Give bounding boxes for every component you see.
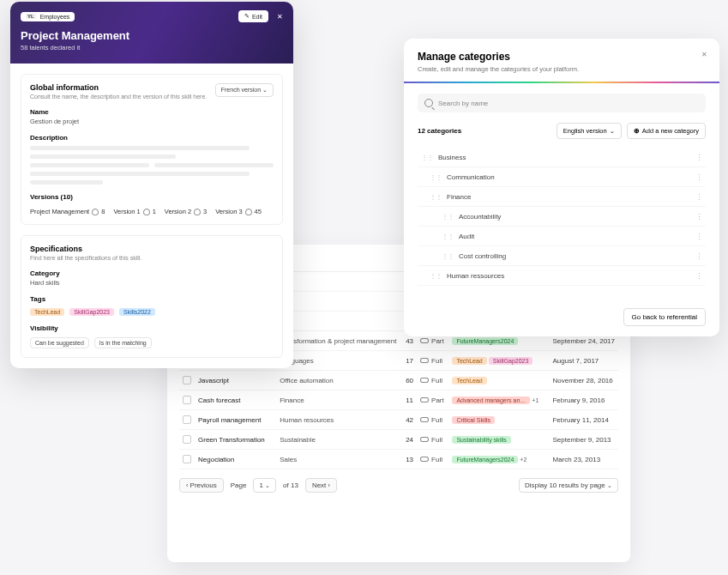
drag-handle-icon[interactable]: ⋮⋮ — [430, 193, 442, 201]
version-item[interactable]: Project Management 8 — [30, 208, 105, 215]
category-value: Hard skills — [30, 279, 274, 287]
date: September 9, 2013 — [549, 430, 618, 450]
tag: TechLead — [30, 308, 64, 316]
drag-handle-icon[interactable]: ⋮⋮ — [430, 272, 442, 280]
skeleton-line — [30, 172, 250, 176]
skill-name: Javascript — [195, 371, 276, 390]
count: 42 — [400, 410, 417, 430]
prev-button[interactable]: ‹ Previous — [179, 478, 224, 493]
drag-handle-icon[interactable]: ⋮⋮ — [442, 213, 454, 221]
skill-name: Green Transformation — [195, 430, 276, 450]
version-item[interactable]: Version 2 3 — [165, 208, 207, 215]
row-checkbox[interactable] — [183, 376, 191, 384]
version-item[interactable]: Version 1 1 — [113, 208, 155, 215]
date: February 9, 2016 — [549, 390, 618, 410]
skeleton-line — [30, 163, 149, 167]
table-row[interactable]: Javascript Office automation 60 Full Tec… — [179, 371, 618, 390]
table-row[interactable]: Green Transformation Sustainable 24 Full… — [179, 430, 618, 450]
skeleton-line — [30, 146, 250, 150]
row-checkbox[interactable] — [183, 455, 191, 463]
tree-item[interactable]: ⋮⋮Business⋯ — [418, 148, 706, 167]
skill-category — [276, 292, 400, 312]
more-count: +2 — [520, 457, 526, 463]
tree-item[interactable]: ⋮⋮Human ressources⋯ — [418, 266, 706, 286]
pencil-icon: ✎ — [244, 13, 250, 20]
specifications-box: Specifications Find here all the specifi… — [21, 235, 283, 358]
tag: FutureManagers2024 — [452, 337, 518, 345]
count: 11 — [400, 390, 417, 410]
version-item[interactable]: Version 3 45 — [215, 208, 262, 215]
drag-handle-icon[interactable]: ⋮⋮ — [430, 173, 442, 181]
count: 17 — [400, 351, 417, 371]
skill-category: Sustainable — [276, 430, 400, 450]
add-category-button[interactable]: ⊕ Add a new category — [627, 123, 706, 139]
tree-label: Finance — [447, 193, 471, 201]
kebab-icon[interactable]: ⋯ — [695, 233, 703, 239]
row-checkbox[interactable] — [183, 396, 191, 404]
name-value: Gestion de projet — [30, 118, 274, 125]
page-select[interactable]: 1 ⌄ — [253, 478, 276, 493]
eye-icon — [420, 457, 429, 462]
skill-category: Human resources — [276, 410, 400, 430]
name-label: Name — [30, 108, 274, 116]
drag-handle-icon[interactable]: ⋮⋮ — [421, 154, 433, 161]
language-select[interactable]: French version ⌄ — [215, 83, 274, 97]
tags-label: Tags — [30, 295, 274, 303]
visibility-label: Visibility — [30, 324, 274, 332]
count: 60 — [400, 371, 417, 390]
visibility: Full — [417, 351, 448, 371]
skill-title: Project Management — [21, 29, 283, 42]
search-input[interactable]: Search by name — [418, 94, 706, 112]
kebab-icon[interactable]: ⋯ — [695, 193, 703, 200]
kebab-icon[interactable]: ⋯ — [695, 173, 703, 180]
row-checkbox[interactable] — [183, 435, 191, 444]
employees-chip[interactable]: Employees — [21, 12, 75, 21]
kebab-icon[interactable]: ⋯ — [695, 272, 703, 279]
drag-handle-icon[interactable]: ⋮⋮ — [442, 233, 454, 240]
eye-icon — [420, 397, 429, 402]
go-back-button[interactable]: Go back to referential — [623, 308, 706, 326]
global-info-box: French version ⌄ Global information Cons… — [21, 74, 283, 225]
kebab-icon[interactable]: ⋯ — [695, 213, 703, 220]
close-icon[interactable]: ✕ — [277, 13, 283, 21]
skeleton-line — [154, 163, 274, 167]
tree-item[interactable]: ⋮⋮Finance⋯ — [418, 187, 706, 207]
edit-button[interactable]: ✎ Edit — [238, 10, 268, 22]
tree-item[interactable]: ⋮⋮Cost controlling⋯ — [418, 246, 706, 266]
visibility-pill: Can be suggested — [30, 337, 89, 348]
tree-item[interactable]: ⋮⋮Accountability⋯ — [418, 207, 706, 227]
row-checkbox[interactable] — [183, 415, 191, 424]
skill-name: Negociation — [195, 450, 276, 469]
eye-icon — [420, 437, 429, 442]
drag-handle-icon[interactable]: ⋮⋮ — [442, 252, 454, 260]
visibility: Full — [417, 450, 448, 469]
page-size-select[interactable]: Display 10 results by page ⌄ — [519, 478, 618, 493]
tag: TechLead — [452, 377, 486, 384]
table-row[interactable]: Negociation Sales 13 Full FutureManagers… — [179, 450, 618, 469]
skill-category: Sales — [276, 450, 400, 469]
page-of: of 13 — [283, 481, 298, 489]
visibility: Full — [417, 430, 448, 450]
close-icon[interactable]: ✕ — [701, 51, 707, 58]
spec-heading: Specifications — [30, 245, 274, 253]
pagination: ‹ Previous Page 1 ⌄ of 13 Next › Display… — [179, 469, 618, 493]
language-select[interactable]: English version ⌄ — [557, 123, 622, 139]
table-row[interactable]: Payroll management Human resources 42 Fu… — [179, 410, 618, 430]
skill-category — [276, 312, 400, 331]
kebab-icon[interactable]: ⋯ — [695, 154, 703, 160]
skill-category: Office automation — [276, 371, 400, 390]
tag: SkillGap2023 — [489, 357, 533, 365]
kebab-icon[interactable]: ⋯ — [695, 252, 703, 259]
tree-item[interactable]: ⋮⋮Communication⋯ — [418, 167, 706, 187]
person-icon — [245, 209, 252, 215]
next-button[interactable]: Next › — [305, 478, 337, 493]
modal-subtitle: Create, edit and manage the categories o… — [418, 65, 706, 73]
tag: Sustainability skills — [452, 436, 510, 444]
skill-category: Languages — [276, 351, 400, 371]
person-icon — [194, 209, 201, 215]
tree-item[interactable]: ⋮⋮Audit⋯ — [418, 227, 706, 246]
tree-label: Business — [438, 154, 466, 161]
table-row[interactable]: Cash forecast Finance 11 Part Advanced m… — [179, 390, 618, 410]
versions-heading: Versions (10) — [30, 193, 274, 201]
visibility-pill: Is in the matching — [94, 337, 152, 348]
